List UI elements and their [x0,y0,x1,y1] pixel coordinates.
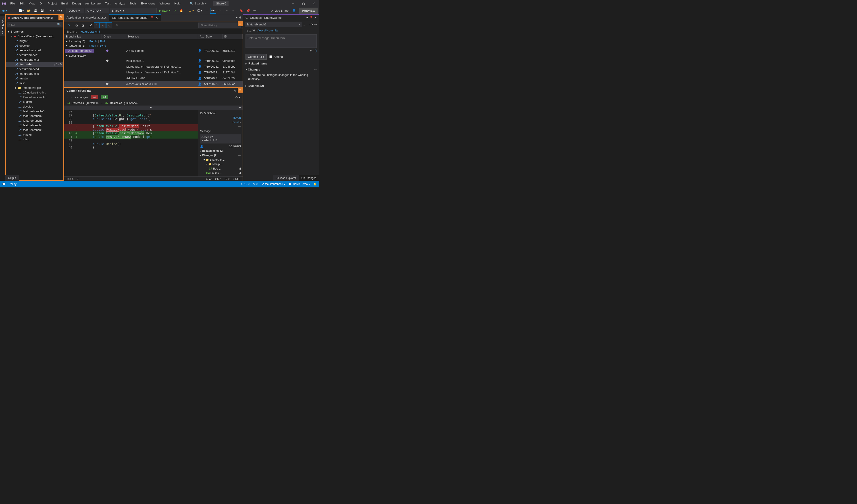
menu-architecture[interactable]: Architecture [83,0,103,6]
col-graph[interactable]: Graph [102,34,126,39]
branch-bugfix1[interactable]: ⎇bugfix1 [6,38,63,43]
notifications-icon[interactable]: 🔔 [313,183,317,186]
push-icon[interactable]: ↑ [309,23,310,26]
repo-header[interactable]: ⬢ ShareXDemo (featurebranch3) 1 [6,15,63,21]
list-view-btn[interactable]: ⎌ [100,22,106,28]
menu-window[interactable]: Window [157,0,172,6]
menu-extensions[interactable]: Extensions [139,0,157,6]
branch-dropdown[interactable]: featurebranch3▾ [245,22,302,27]
menu-analyze[interactable]: Analyze [113,0,128,6]
more-icon[interactable]: ⋯ [238,154,241,157]
pin-button[interactable]: 📌 [245,8,251,13]
remote-featurebranch3[interactable]: ⎇featurebranch3 [6,118,63,123]
branch-feature6[interactable]: ⎇feature-branch-6 [6,48,63,53]
up-arrow-icon[interactable]: ↑ [67,96,68,99]
branches-node[interactable]: ▾ Branches [6,29,63,34]
maximize-button[interactable]: ▢ [298,0,309,7]
close-icon[interactable]: ✕ [155,16,158,19]
menu-view[interactable]: View [27,0,37,6]
hot-reload-button[interactable]: 🔥 [178,8,184,13]
related-items[interactable]: ▸ Related Items (2) [200,149,241,152]
hidden-btn[interactable]: 👁 [114,22,120,28]
branch-status[interactable]: ⎇ featurebranch3 ▴ [261,183,285,186]
project-dropdown[interactable]: ShareX▾ [110,8,157,13]
menu-test[interactable]: Test [103,0,113,6]
more-menu[interactable]: ⋯ [200,125,241,128]
push-link[interactable]: Push [89,44,96,47]
menu-build[interactable]: Build [59,0,70,6]
bookmark-button[interactable]: 🔖 [238,8,245,13]
spaces-indicator[interactable]: SPC [225,178,230,181]
fetch-link[interactable]: Fetch [89,40,97,43]
menu-file[interactable]: File [8,0,17,6]
tab-git-repo[interactable]: Git Reposito...aturebranch3) 📍 ✕ [110,14,161,21]
remote-featurebranch2[interactable]: ⎇featurebranch2 [6,114,63,118]
dropdown-icon[interactable]: ▾ [306,16,308,19]
repo-status[interactable]: ⬢ ShareXDemo ▴ [289,183,310,186]
new-item-button[interactable]: 📄▾ [17,8,25,13]
remote-develop[interactable]: ⎇develop [6,104,63,109]
branch-featurebranch5[interactable]: ⎇featurebranch5 [6,71,63,76]
related-items-section[interactable]: ▸ Related Items [243,61,319,67]
edit-icon[interactable]: ✎ [234,89,236,93]
branch-current[interactable]: ⎇featurebr...↑↓ 1 / 0 [6,62,63,67]
more-icon[interactable]: ⋯ [314,68,317,71]
col-author[interactable]: A... [198,34,204,39]
commit-all-button[interactable]: Commit All ▾ [246,54,267,60]
lineend-indicator[interactable]: CRLF [233,178,240,181]
history-row[interactable]: Add fix for #10 👤 5/10/2023... 8a57fb26 [64,75,242,81]
history-row[interactable]: Merge branch 'featurebranch3' of https:/… [64,64,242,69]
outdent-button[interactable]: ⇤ [225,8,230,13]
changes-section[interactable]: ▾ Changes (2)⋯ [200,154,241,157]
open-button[interactable]: 📂 [26,8,32,13]
left-nav-dropdown[interactable]: ▾ [64,105,154,110]
start-button[interactable]: ▶ Start ▾ [157,8,172,13]
menu-tools[interactable]: Tools [128,0,139,6]
remote-featurebranch4[interactable]: ⎇featurebranch4 [6,123,63,128]
remote-master[interactable]: ⎇master [6,132,63,137]
menu-git[interactable]: Git [37,0,46,6]
col-msg[interactable]: Message [126,34,198,39]
indent-button[interactable]: ⇥ [230,8,235,13]
close-icon[interactable]: ✕ [314,16,317,19]
data-sources-tab[interactable]: Data Sources [0,16,5,36]
web-button[interactable]: 🖵 ▾ [196,8,204,13]
remote-bugfix1[interactable]: ⎇bugfix1 [6,100,63,104]
fetch-icon[interactable]: ↓̣ [303,23,305,26]
menu-edit[interactable]: Edit [17,0,27,6]
platform-dropdown[interactable]: Any CPU▾ [85,8,110,13]
pull-link[interactable]: Pull [100,40,105,43]
history-row[interactable]: #8 closes #10 👤 7/19/2023... 9e45c6ed [64,58,242,64]
nav-forward-button[interactable]: → [9,8,15,13]
zoom-level[interactable]: 100 % [67,178,74,181]
dropdown-icon[interactable]: ▾ [236,16,238,19]
sync-link[interactable]: Sync [100,44,106,47]
col-id[interactable]: ID [222,34,242,39]
local-history-section[interactable]: ▾ Local History [64,53,242,58]
remote-16[interactable]: ⎇16-update-the-h... [6,90,63,95]
remote-feature6[interactable]: ⎇feature-branch-6 [6,109,63,114]
ext-button[interactable]: ⋯ [204,8,210,13]
incoming-section[interactable]: ▸ Incoming (0) Fetch | Pull [64,39,242,44]
hash-icon[interactable]: # [310,49,312,53]
remote-misc[interactable]: ⎇misc [6,137,63,142]
branch-featurebranch1[interactable]: ⎇featurebranch1 [6,53,63,57]
feedback-button[interactable]: 👤 [291,8,297,13]
info-icon[interactable]: ⓘ [314,49,317,53]
tree-resize[interactable]: C# Resi...M [200,167,241,170]
diff-code-pane[interactable]: 36 37 [DefaultValue(0), Description(" 38… [64,110,198,177]
commit-message-input[interactable]: Enter a message <Required> [246,34,317,48]
branch-misc[interactable]: ⎇misc [6,81,63,85]
live-share-button[interactable]: ↗ Live Share [269,8,290,13]
branch-develop[interactable]: ⎇develop [6,43,63,48]
filter-history-input[interactable] [198,22,241,28]
menu-help[interactable]: Help [172,0,183,6]
menu-debug[interactable]: Debug [70,0,83,6]
pull-icon[interactable]: ↓ [306,23,308,26]
stashes-section[interactable]: ▸ Stashes (2) [243,83,319,89]
chat-icon[interactable]: 💬 [2,183,5,186]
redo-button[interactable]: ↷ ▾ [56,8,64,13]
graph-view-btn[interactable]: ⎌ [94,22,100,28]
more-icon[interactable]: ⋯ [314,23,317,26]
revert-link[interactable]: Revert [233,116,241,119]
